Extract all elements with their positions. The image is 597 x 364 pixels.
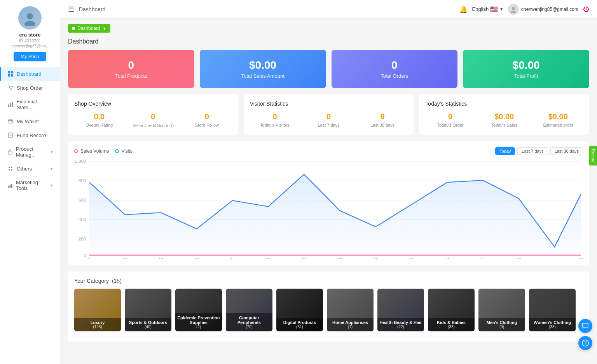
svg-point-20 <box>9 169 10 171</box>
sidebar-item-label-fund-record: Fund Record <box>17 132 46 138</box>
svg-rect-11 <box>8 120 13 123</box>
svg-rect-10 <box>12 102 13 107</box>
sidebar-item-financial-state[interactable]: Financial State... <box>0 95 60 114</box>
total-profit-label: Total Profit <box>514 73 538 79</box>
user-menu[interactable]: chenwenjing85@gmail.com <box>508 4 578 15</box>
category-item-home[interactable]: Home Appliances (1) <box>327 289 374 331</box>
svg-marker-39 <box>89 174 581 255</box>
shop-overview-stats: 0.0 Overall Rating 0 Seller Credit Score… <box>74 112 232 129</box>
sidebar-item-product-manag[interactable]: Product Manag... ▼ <box>0 142 60 162</box>
svg-point-1 <box>24 21 35 26</box>
category-item-epidemic[interactable]: Epidemic Prevention Supplies (2) <box>175 289 222 331</box>
last7-visitors-stat: 0 Last 7 days <box>304 112 354 127</box>
sidebar-item-label-shop-order: Shop Order <box>17 85 43 91</box>
category-item-digital[interactable]: Digital Products (51) <box>276 289 323 331</box>
svg-text:04: 04 <box>230 258 235 259</box>
logout-icon[interactable]: ⏻ <box>583 6 589 13</box>
chart-panel: Sales Volume Visits Today Last 7 days La… <box>68 141 589 265</box>
feedback-button[interactable]: Record <box>589 146 597 165</box>
svg-text:13: 13 <box>578 258 583 259</box>
today-profit-value: $0.00 <box>548 112 568 121</box>
category-overlay-computer: Computer Peripherals (70) <box>226 313 272 331</box>
myshop-button[interactable]: My Shop <box>14 52 46 61</box>
sidebar-item-label-financial: Financial State... <box>17 99 54 110</box>
svg-rect-22 <box>8 186 9 188</box>
topbar: ☰ Dashboard 🔔 English 🇺🇸 ▼ chenwenjing85… <box>60 0 597 19</box>
svg-text:05: 05 <box>266 258 271 259</box>
svg-rect-5 <box>11 74 13 77</box>
hamburger-icon[interactable]: ☰ <box>68 5 74 14</box>
category-item-womens[interactable]: Women's Clothing (38) <box>529 289 576 331</box>
today-stats: 0 Today's Order $0.00 Today's Sales $0.0… <box>425 112 583 127</box>
chart-btn-today[interactable]: Today <box>495 147 515 155</box>
help-icon[interactable]: ? <box>578 336 592 350</box>
today-statistics-panel: Today's Statistics 0 Today's Order $0.00… <box>419 94 589 135</box>
lang-label: English <box>472 6 489 12</box>
chart-buttons: Today Last 7 days Last 30 days <box>495 147 583 155</box>
category-overlay-epidemic: Epidemic Prevention Supplies (2) <box>175 313 222 331</box>
svg-point-0 <box>27 13 33 19</box>
apps-icon <box>7 165 14 172</box>
bar-icon <box>7 182 13 188</box>
sidebar-item-label-wallet: My Wallet <box>17 118 39 124</box>
category-item-computer[interactable]: Computer Peripherals (70) <box>226 289 272 331</box>
last30-visitors-label: Last 30 days <box>370 123 395 127</box>
svg-rect-9 <box>10 103 11 107</box>
sidebar-item-shop-order[interactable]: Shop Order <box>0 81 60 95</box>
today-sales-value: $0.00 <box>494 112 514 121</box>
notification-bell-icon[interactable]: 🔔 <box>459 5 468 14</box>
today-profit-label: Estimated profit <box>543 123 573 127</box>
svg-point-6 <box>10 89 10 90</box>
svg-point-18 <box>9 167 10 168</box>
sidebar-item-fund-record[interactable]: Fund Record <box>0 128 60 142</box>
stat-card-orders: 0 Total Orders <box>332 50 458 88</box>
store-email: chenwenjing85@gm... <box>7 44 52 48</box>
svg-point-21 <box>11 169 12 171</box>
stat-card-products: 0 Total Products <box>68 50 194 88</box>
sidebar-item-dashboard[interactable]: Dashboard <box>0 67 60 81</box>
svg-text:800: 800 <box>79 178 87 184</box>
visitor-statistics-panel: Visitor Statistics 0 Today's Visitors 0 … <box>244 94 414 135</box>
category-section: Your Category (15) Luxury (128) Sports &… <box>68 272 589 341</box>
sidebar-item-marketing-tools[interactable]: Marketing Tools ▼ <box>0 176 60 195</box>
stat-card-sales: $0.00 Total Sales Amount <box>200 50 326 88</box>
svg-point-19 <box>11 167 12 168</box>
sidebar: era store ID 4012791 chenwenjing85@gm...… <box>0 0 60 364</box>
category-item-kids[interactable]: Kids & Babies (33) <box>428 289 475 331</box>
language-selector[interactable]: English 🇺🇸 ▼ <box>472 5 504 13</box>
wallet-icon <box>7 118 14 124</box>
svg-rect-4 <box>8 74 10 77</box>
info-icon[interactable]: ⓘ <box>169 123 174 128</box>
svg-point-7 <box>11 89 12 90</box>
store-id: ID 4012791 <box>19 38 41 43</box>
chart-container: 1,000 800 600 400 200 0 <box>74 158 583 259</box>
overall-rating-stat: 0.0 Overall Rating <box>74 112 124 129</box>
svg-text:10: 10 <box>445 258 449 259</box>
category-scroll[interactable]: Luxury (128) Sports & Outdoors (40) Epid… <box>74 289 583 335</box>
user-email: chenwenjing85@gmail.com <box>521 7 578 12</box>
chart-btn-last30[interactable]: Last 30 days <box>550 147 583 155</box>
category-item-health[interactable]: Health Beauty & Hair (22) <box>377 289 424 331</box>
category-item-sports[interactable]: Sports & Outdoors (40) <box>125 289 171 331</box>
chat-icon[interactable] <box>578 319 592 333</box>
overview-panels: Shop Overview 0.0 Overall Rating 0 Selle… <box>68 94 589 135</box>
today-profit-stat: $0.00 Estimated profit <box>533 112 583 127</box>
last30-visitors-stat: 0 Last 30 days <box>358 112 408 127</box>
sidebar-item-others[interactable]: Others ▼ <box>0 162 60 176</box>
chart-btn-last7[interactable]: Last 7 days <box>517 147 548 155</box>
svg-text:08: 08 <box>373 258 378 259</box>
overall-rating-label: Overall Rating <box>86 123 113 127</box>
breadcrumb[interactable]: Dashboard ▼ <box>68 24 110 33</box>
total-sales-label: Total Sales Amount <box>241 73 284 79</box>
seller-credit-value: 0 <box>151 112 155 121</box>
sidebar-item-my-wallet[interactable]: My Wallet <box>0 114 60 128</box>
legend-dot-visits <box>115 149 119 153</box>
svg-rect-8 <box>8 104 9 107</box>
topbar-title: Dashboard <box>79 6 454 12</box>
svg-text:12: 12 <box>517 258 521 259</box>
category-item-luxury[interactable]: Luxury (128) <box>74 289 121 331</box>
sales-chart: 1,000 800 600 400 200 0 <box>74 158 583 259</box>
category-item-mens[interactable]: Men's Clothing (9) <box>478 289 525 331</box>
visitor-statistics-title: Visitor Statistics <box>250 101 408 107</box>
category-overlay-sports: Sports & Outdoors (40) <box>125 318 171 331</box>
